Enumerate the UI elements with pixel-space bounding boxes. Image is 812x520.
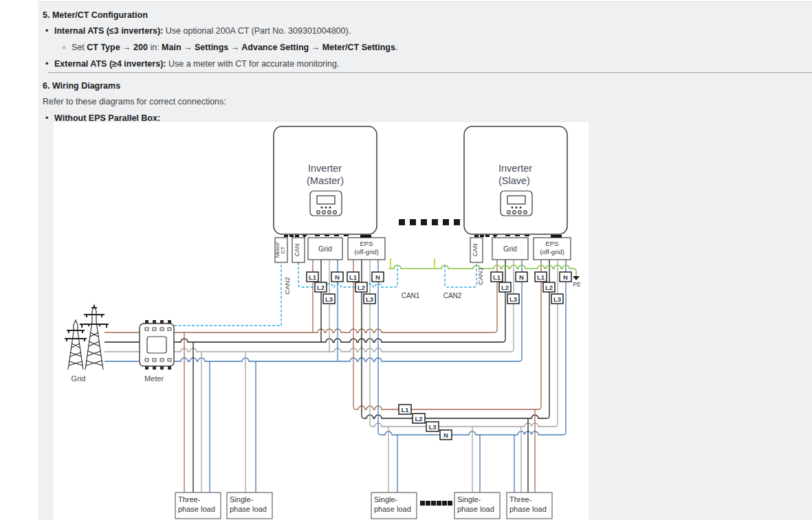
meter-caption: Meter xyxy=(144,374,164,383)
bullet-external-ats-lead: External ATS (≥4 inverters): xyxy=(54,59,166,69)
sub-bold-ct-type: CT Type → 200 xyxy=(87,43,148,52)
bullet-icon: • xyxy=(45,113,48,123)
can2-label: CAN2 xyxy=(443,292,462,299)
slave-can-label: CAN xyxy=(472,243,479,256)
wire-tag: L3 xyxy=(366,295,373,303)
load-label: phase load xyxy=(230,505,267,513)
master-ports: Meter/ CT CAN Grid EPS (off-grid) xyxy=(274,238,385,262)
inverter-master-label-1: Inverter xyxy=(308,163,342,174)
master-eps-label-2: (off-grid) xyxy=(354,248,379,256)
wire-tag: L2 xyxy=(358,284,365,291)
wiring-diagram: PE CAN1 CAN2 CAN2 CAN1 Grid xyxy=(54,122,589,520)
slave-can1-vertical-label: CAN1 xyxy=(476,267,484,284)
inverter-slave: Inverter (Slave) xyxy=(464,126,567,238)
wire-tag: N xyxy=(335,273,340,281)
slave-eps-label-1: EPS xyxy=(545,240,558,247)
wire-tag: L1 xyxy=(309,273,317,281)
eps-bus-wires xyxy=(353,260,566,435)
bullet-external-ats-text: Use a meter with CT for accurate monitor… xyxy=(166,59,339,69)
section6-heading: 6. Wiring Diagrams xyxy=(43,81,120,91)
grid-caption: Grid xyxy=(72,374,86,383)
wire-tag: L3 xyxy=(553,295,561,303)
master-eps-label-1: EPS xyxy=(360,240,373,247)
sub-mid: in: xyxy=(148,43,162,52)
wire-tag: L1 xyxy=(493,273,501,281)
bullet-without-eps-lead: Without EPS Parallel Box: xyxy=(54,113,160,123)
can1-label: CAN1 xyxy=(402,292,420,299)
wire-tag: L1 xyxy=(349,273,358,281)
section5-heading: 5. Meter/CT Configuration xyxy=(43,10,148,20)
pe-ground-icon xyxy=(573,276,580,280)
load-boxes: Three- phase load Single- phase load Sin… xyxy=(175,493,552,519)
eps-bus-l2-black xyxy=(362,260,549,418)
sub-post: . xyxy=(395,43,397,52)
wire-tag: L1 xyxy=(401,406,409,414)
wire-tag: L2 xyxy=(501,284,509,291)
section6-intro: Refer to these diagrams for correct conn… xyxy=(43,97,226,106)
wire-tag: N xyxy=(375,273,380,281)
master-meter-ct-label-2: CT xyxy=(280,247,286,254)
pe-label: PE xyxy=(573,281,581,288)
slave-grid-label: Grid xyxy=(503,245,517,253)
load-continuation-dots xyxy=(420,501,452,506)
eps-bus-l1-brown xyxy=(353,260,541,409)
wire-tag: N xyxy=(563,273,568,281)
load-label: phase load xyxy=(509,505,547,513)
bullet-internal-ats-text: Use optional 200A CT (Part No. 309301004… xyxy=(163,26,351,36)
wire-tag: L3 xyxy=(325,295,333,303)
sub-pre: Set xyxy=(72,43,87,52)
inverter-slave-label-2: (Slave) xyxy=(498,175,530,186)
slave-can-comm-wire xyxy=(445,262,476,287)
wire-tag: N xyxy=(519,273,524,281)
sub-bold-menu-path: Main → Settings → Advance Setting → Mete… xyxy=(162,43,395,52)
circle-bullet-icon: ◦ xyxy=(63,43,65,52)
inverter-slave-label-1: Inverter xyxy=(498,163,532,174)
bullet-icon: • xyxy=(45,59,48,69)
load-label: Single- xyxy=(374,495,398,504)
inverter-master: Inverter (Master) xyxy=(274,126,377,238)
inverter-master-label-2: (Master) xyxy=(307,175,344,186)
inverter-bottom-ports xyxy=(284,235,371,238)
bullet-icon: • xyxy=(45,26,48,36)
section-divider xyxy=(47,72,812,73)
wire-tag: L2 xyxy=(317,284,325,291)
master-grid-label: Grid xyxy=(318,245,332,253)
wire-tag: L1 xyxy=(537,273,545,281)
meter-icon xyxy=(140,320,174,370)
bullet-internal-ats-lead: Internal ATS (≤3 inverters): xyxy=(54,26,163,36)
load-label: Single- xyxy=(230,495,254,504)
bullet-external-ats: •External ATS (≥4 inverters): Use a mete… xyxy=(54,59,339,69)
bullet-without-eps: •Without EPS Parallel Box: xyxy=(54,113,160,123)
load-label: phase load xyxy=(457,505,494,513)
load-label: Three- xyxy=(509,495,532,504)
slave-eps-label-2: (off-grid) xyxy=(540,248,564,256)
wire-tag: L3 xyxy=(428,423,436,431)
wire-tags: L1 L2 L3 N L1 L2 L3 N L1 L2 L3 N L1 L2 L… xyxy=(307,272,571,440)
load-label: Three- xyxy=(178,495,201,504)
inverter-continuation-dots xyxy=(399,219,460,225)
wire-tag: L3 xyxy=(509,295,517,303)
content-panel: 5. Meter/CT Configuration •Internal ATS … xyxy=(38,1,812,520)
eps-load-drops xyxy=(388,409,535,493)
bullet-internal-ats: •Internal ATS (≤3 inverters): Use option… xyxy=(54,26,351,36)
load-label: phase load xyxy=(374,505,411,513)
inverter-bottom-ports xyxy=(474,235,562,238)
wire-tag: N xyxy=(443,431,448,439)
meter-ct-comm-wire xyxy=(174,262,281,326)
master-can-label: CAN xyxy=(294,243,300,256)
load-label: Single- xyxy=(457,495,481,504)
wiring-diagram-image: PE CAN1 CAN2 CAN2 CAN1 Grid xyxy=(54,122,589,520)
grid-towers-icon xyxy=(65,305,109,370)
master-can2-vertical-label: CAN2 xyxy=(283,277,291,294)
sub-bullet-ct-type: ◦Set CT Type → 200 in: Main → Settings →… xyxy=(72,43,397,52)
grid-load-drops xyxy=(184,332,256,493)
wire-tag: L2 xyxy=(545,284,553,291)
wire-tag: L2 xyxy=(415,415,422,422)
load-label: phase load xyxy=(178,505,215,513)
slave-ports: CAN Grid EPS (off-grid) xyxy=(470,238,571,262)
eps-bus-l3-gray xyxy=(370,260,558,427)
